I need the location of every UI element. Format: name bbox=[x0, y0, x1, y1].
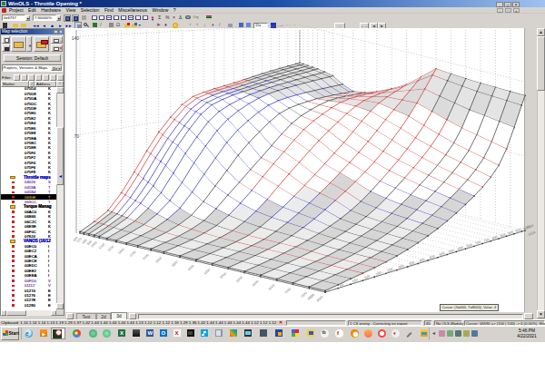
svg-text:7000: 7000 bbox=[284, 288, 292, 295]
svg-text:2200: 2200 bbox=[129, 250, 137, 258]
svg-text:3000: 3000 bbox=[154, 256, 163, 263]
svg-text:1024: 1024 bbox=[528, 230, 536, 237]
svg-text:900: 900 bbox=[507, 230, 513, 236]
svg-text:140: 140 bbox=[72, 35, 80, 41]
svg-text:4500: 4500 bbox=[203, 268, 212, 275]
svg-text:1240: 1240 bbox=[98, 242, 106, 250]
svg-text:850: 850 bbox=[500, 232, 506, 238]
svg-text:5000: 5000 bbox=[219, 272, 227, 279]
svg-text:6000: 6000 bbox=[252, 279, 260, 287]
svg-text:400: 400 bbox=[419, 258, 425, 263]
svg-text:250: 250 bbox=[387, 268, 393, 273]
svg-text:2600: 2600 bbox=[142, 253, 150, 260]
svg-text:1024: 1024 bbox=[526, 224, 534, 230]
svg-text:5500: 5500 bbox=[235, 276, 243, 283]
svg-text:150: 150 bbox=[363, 275, 370, 280]
svg-text:1520: 1520 bbox=[107, 245, 115, 252]
svg-text:550: 550 bbox=[448, 249, 454, 254]
svg-text:500: 500 bbox=[439, 251, 445, 257]
svg-text:200: 200 bbox=[375, 271, 382, 277]
svg-text:1840: 1840 bbox=[117, 248, 125, 255]
svg-text:3500: 3500 bbox=[171, 260, 179, 268]
svg-text:8000: 8000 bbox=[307, 293, 315, 301]
svg-text:350: 350 bbox=[409, 260, 415, 266]
svg-text:450: 450 bbox=[429, 254, 435, 260]
svg-text:800: 800 bbox=[491, 235, 498, 240]
svg-text:6500: 6500 bbox=[268, 283, 276, 290]
svg-text:70: 70 bbox=[74, 133, 79, 139]
svg-text:4000: 4000 bbox=[187, 264, 195, 271]
svg-text:600: 600 bbox=[457, 246, 463, 251]
svg-text:8000: 8000 bbox=[316, 295, 324, 302]
